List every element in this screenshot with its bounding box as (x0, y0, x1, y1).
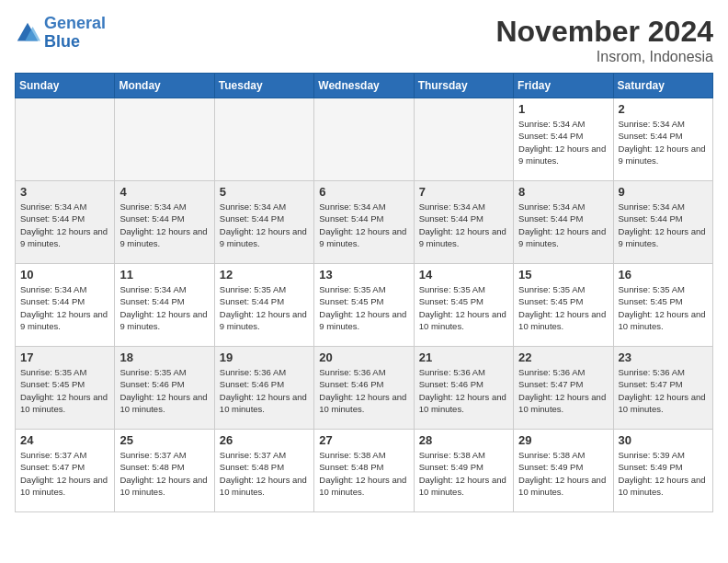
calendar-cell-0-2 (214, 98, 313, 181)
day-number-26: 26 (220, 433, 309, 447)
day-info-19: Sunrise: 5:36 AM Sunset: 5:46 PM Dayligh… (220, 366, 309, 415)
day-info-3: Sunrise: 5:34 AM Sunset: 5:44 PM Dayligh… (20, 201, 109, 249)
logo: General Blue (15, 15, 106, 52)
month-title: November 2024 (495, 15, 713, 49)
calendar-cell-4-6: 30Sunrise: 5:39 AM Sunset: 5:49 PM Dayli… (613, 430, 712, 512)
calendar-cell-1-6: 9Sunrise: 5:34 AM Sunset: 5:44 PM Daylig… (613, 181, 712, 264)
day-info-16: Sunrise: 5:35 AM Sunset: 5:45 PM Dayligh… (619, 283, 708, 332)
day-number-6: 6 (319, 185, 408, 199)
day-info-26: Sunrise: 5:37 AM Sunset: 5:48 PM Dayligh… (220, 449, 309, 498)
day-info-11: Sunrise: 5:34 AM Sunset: 5:44 PM Dayligh… (119, 283, 209, 332)
day-info-7: Sunrise: 5:34 AM Sunset: 5:44 PM Dayligh… (419, 201, 508, 249)
calendar-cell-2-6: 16Sunrise: 5:35 AM Sunset: 5:45 PM Dayli… (613, 264, 712, 347)
calendar-cell-0-3 (314, 98, 414, 181)
day-number-18: 18 (119, 350, 209, 364)
page-header: General Blue November 2024 Insrom, Indon… (15, 15, 713, 65)
logo-line1: General (44, 14, 106, 32)
calendar-cell-4-4: 28Sunrise: 5:38 AM Sunset: 5:49 PM Dayli… (414, 430, 513, 512)
header-thursday: Thursday (414, 74, 513, 98)
day-number-7: 7 (419, 185, 508, 199)
calendar-cell-1-2: 5Sunrise: 5:34 AM Sunset: 5:44 PM Daylig… (214, 181, 313, 264)
day-number-5: 5 (220, 185, 309, 199)
calendar-cell-2-4: 14Sunrise: 5:35 AM Sunset: 5:45 PM Dayli… (414, 264, 513, 347)
day-number-16: 16 (619, 268, 708, 282)
day-number-30: 30 (619, 433, 708, 447)
calendar-cell-1-0: 3Sunrise: 5:34 AM Sunset: 5:44 PM Daylig… (16, 181, 115, 264)
day-info-24: Sunrise: 5:37 AM Sunset: 5:47 PM Dayligh… (20, 449, 109, 498)
calendar-cell-1-1: 4Sunrise: 5:34 AM Sunset: 5:44 PM Daylig… (115, 181, 214, 264)
day-number-23: 23 (619, 350, 708, 364)
day-number-14: 14 (419, 268, 508, 282)
day-number-21: 21 (419, 350, 508, 364)
day-number-12: 12 (220, 268, 309, 282)
calendar-cell-3-4: 21Sunrise: 5:36 AM Sunset: 5:46 PM Dayli… (414, 347, 513, 430)
logo-icon (15, 20, 40, 46)
calendar-cell-2-0: 10Sunrise: 5:34 AM Sunset: 5:44 PM Dayli… (16, 264, 115, 347)
calendar-table: Sunday Monday Tuesday Wednesday Thursday… (15, 73, 713, 512)
calendar-cell-4-3: 27Sunrise: 5:38 AM Sunset: 5:48 PM Dayli… (314, 430, 414, 512)
day-info-12: Sunrise: 5:35 AM Sunset: 5:44 PM Dayligh… (220, 283, 309, 332)
day-info-18: Sunrise: 5:35 AM Sunset: 5:46 PM Dayligh… (119, 366, 209, 415)
day-info-2: Sunrise: 5:34 AM Sunset: 5:44 PM Dayligh… (619, 118, 708, 167)
header-saturday: Saturday (613, 74, 712, 98)
day-info-10: Sunrise: 5:34 AM Sunset: 5:44 PM Dayligh… (20, 283, 109, 332)
day-info-27: Sunrise: 5:38 AM Sunset: 5:48 PM Dayligh… (319, 449, 408, 498)
calendar-cell-2-5: 15Sunrise: 5:35 AM Sunset: 5:45 PM Dayli… (514, 264, 613, 347)
day-info-1: Sunrise: 5:34 AM Sunset: 5:44 PM Dayligh… (518, 118, 608, 167)
day-number-28: 28 (419, 433, 508, 447)
logo-text: General Blue (44, 15, 106, 52)
day-number-27: 27 (319, 433, 408, 447)
calendar-cell-3-3: 20Sunrise: 5:36 AM Sunset: 5:46 PM Dayli… (314, 347, 414, 430)
day-number-24: 24 (20, 433, 109, 447)
day-number-11: 11 (119, 268, 209, 282)
calendar-cell-3-2: 19Sunrise: 5:36 AM Sunset: 5:46 PM Dayli… (214, 347, 313, 430)
day-number-1: 1 (518, 102, 608, 116)
day-info-21: Sunrise: 5:36 AM Sunset: 5:46 PM Dayligh… (419, 366, 508, 415)
day-number-8: 8 (518, 185, 608, 199)
calendar-cell-0-1 (115, 98, 214, 181)
calendar-cell-3-6: 23Sunrise: 5:36 AM Sunset: 5:47 PM Dayli… (613, 347, 712, 430)
calendar-cell-1-4: 7Sunrise: 5:34 AM Sunset: 5:44 PM Daylig… (414, 181, 513, 264)
day-info-13: Sunrise: 5:35 AM Sunset: 5:45 PM Dayligh… (319, 283, 408, 332)
calendar-cell-2-1: 11Sunrise: 5:34 AM Sunset: 5:44 PM Dayli… (115, 264, 214, 347)
day-number-17: 17 (20, 350, 109, 364)
calendar-cell-2-3: 13Sunrise: 5:35 AM Sunset: 5:45 PM Dayli… (314, 264, 414, 347)
day-info-28: Sunrise: 5:38 AM Sunset: 5:49 PM Dayligh… (419, 449, 508, 498)
day-number-29: 29 (518, 433, 608, 447)
day-info-23: Sunrise: 5:36 AM Sunset: 5:47 PM Dayligh… (619, 366, 708, 415)
calendar-cell-3-1: 18Sunrise: 5:35 AM Sunset: 5:46 PM Dayli… (115, 347, 214, 430)
calendar-cell-0-0 (16, 98, 115, 181)
location-title: Insrom, Indonesia (495, 49, 713, 65)
day-info-14: Sunrise: 5:35 AM Sunset: 5:45 PM Dayligh… (419, 283, 508, 332)
calendar-cell-4-5: 29Sunrise: 5:38 AM Sunset: 5:49 PM Dayli… (514, 430, 613, 512)
day-number-13: 13 (319, 268, 408, 282)
day-info-22: Sunrise: 5:36 AM Sunset: 5:47 PM Dayligh… (518, 366, 608, 415)
calendar-cell-4-2: 26Sunrise: 5:37 AM Sunset: 5:48 PM Dayli… (214, 430, 313, 512)
header-tuesday: Tuesday (214, 74, 313, 98)
day-info-17: Sunrise: 5:35 AM Sunset: 5:45 PM Dayligh… (20, 366, 109, 415)
day-number-22: 22 (518, 350, 608, 364)
calendar-cell-0-6: 2Sunrise: 5:34 AM Sunset: 5:44 PM Daylig… (613, 98, 712, 181)
day-info-4: Sunrise: 5:34 AM Sunset: 5:44 PM Dayligh… (119, 201, 209, 249)
header-wednesday: Wednesday (314, 74, 414, 98)
week-row-1: 3Sunrise: 5:34 AM Sunset: 5:44 PM Daylig… (16, 181, 713, 264)
weekday-header-row: Sunday Monday Tuesday Wednesday Thursday… (16, 74, 713, 98)
day-number-4: 4 (119, 185, 209, 199)
day-number-3: 3 (20, 185, 109, 199)
logo-line2: Blue (44, 32, 80, 51)
day-number-2: 2 (619, 102, 708, 116)
header-monday: Monday (115, 74, 214, 98)
day-info-5: Sunrise: 5:34 AM Sunset: 5:44 PM Dayligh… (220, 201, 309, 249)
day-number-10: 10 (20, 268, 109, 282)
calendar-cell-2-2: 12Sunrise: 5:35 AM Sunset: 5:44 PM Dayli… (214, 264, 313, 347)
day-number-20: 20 (319, 350, 408, 364)
calendar-cell-1-3: 6Sunrise: 5:34 AM Sunset: 5:44 PM Daylig… (314, 181, 414, 264)
day-number-25: 25 (119, 433, 209, 447)
title-area: November 2024 Insrom, Indonesia (495, 15, 713, 65)
day-info-9: Sunrise: 5:34 AM Sunset: 5:44 PM Dayligh… (619, 201, 708, 249)
calendar-cell-3-5: 22Sunrise: 5:36 AM Sunset: 5:47 PM Dayli… (514, 347, 613, 430)
calendar-cell-1-5: 8Sunrise: 5:34 AM Sunset: 5:44 PM Daylig… (514, 181, 613, 264)
day-info-15: Sunrise: 5:35 AM Sunset: 5:45 PM Dayligh… (518, 283, 608, 332)
calendar-cell-3-0: 17Sunrise: 5:35 AM Sunset: 5:45 PM Dayli… (16, 347, 115, 430)
day-number-15: 15 (518, 268, 608, 282)
